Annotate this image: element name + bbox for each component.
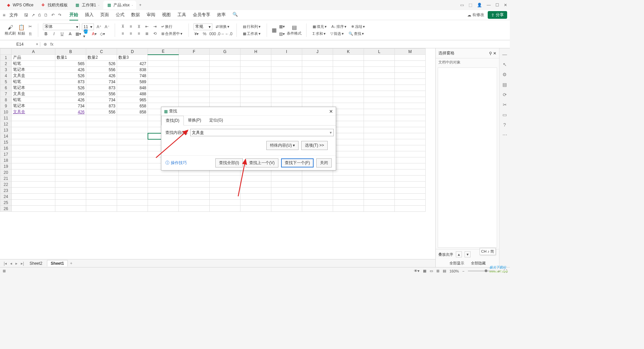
cell-M16[interactable] [395,145,426,151]
cell-K24[interactable] [333,194,364,200]
indent-dec-icon[interactable]: ⇤ [144,23,150,30]
tab-data[interactable]: 数据 [131,10,140,20]
doc-tab-templates[interactable]: ❖ 找稻壳模板 [38,1,71,9]
cell-K15[interactable] [333,139,364,145]
new-tab-button[interactable]: + [137,3,144,7]
rowscols-button[interactable]: ▤ 行和列 ▾ [241,23,262,30]
doc-tab-workbook1[interactable]: ▦ 工作簿1 · [72,1,103,9]
cell-B8[interactable]: 426 [55,97,86,103]
cell-H8[interactable] [240,97,271,103]
cell-F22[interactable] [179,182,210,188]
cell-J6[interactable] [302,85,333,91]
cell-L11[interactable] [364,115,395,121]
row-header-4[interactable]: 4 [0,73,12,79]
cell-B26[interactable] [55,206,86,212]
tools-icon[interactable]: ✂ [503,102,507,107]
format-painter-button[interactable]: 🖌格式刷 [5,24,16,36]
settings-icon[interactable]: ⚙ [502,72,507,77]
align-right-icon[interactable]: ≡ [136,31,142,37]
cell-M11[interactable] [395,115,426,121]
cell-M6[interactable] [395,85,426,91]
cell-C26[interactable] [86,206,117,212]
cube-icon[interactable]: ⬚ [469,3,472,7]
select-all-corner[interactable] [0,49,12,55]
cell-B24[interactable] [55,194,86,200]
file-menu[interactable]: 文件 [7,12,20,18]
cell-C13[interactable] [86,127,117,133]
cell-I26[interactable] [271,206,302,212]
cell-E8[interactable] [148,97,179,103]
cell-C6[interactable]: 873 [86,85,117,91]
cell-A15[interactable] [12,139,55,145]
cell-L2[interactable] [364,61,395,67]
cell-L17[interactable] [364,151,395,157]
cell-M17[interactable] [395,151,426,157]
cell-F4[interactable] [179,73,210,79]
tips-link[interactable]: ⓘ 操作技巧 [165,160,187,166]
cell-E5[interactable] [148,79,179,85]
cell-D19[interactable] [117,163,148,169]
cell-A21[interactable] [12,176,55,182]
cell-H2[interactable] [240,61,271,67]
cell-G2[interactable] [210,61,240,67]
cell-K22[interactable] [333,182,364,188]
cell-A8[interactable]: 铅笔 [12,97,55,103]
cell-K4[interactable] [333,73,364,79]
app-tab[interactable]: ◆ WPS Office [3,1,37,9]
cell-M7[interactable] [395,91,426,97]
cell-D13[interactable] [117,127,148,133]
cell-A1[interactable]: 产品 [12,55,55,61]
cell-L23[interactable] [364,188,395,194]
col-header-L[interactable]: L [364,49,395,55]
cell-A6[interactable]: 笔记本 [12,85,55,91]
cell-B4[interactable]: 526 [55,73,86,79]
cell-M26[interactable] [395,206,426,212]
cell-C5[interactable]: 734 [86,79,117,85]
cell-E21[interactable] [148,176,179,182]
cell-K20[interactable] [333,169,364,176]
tab-member[interactable]: 会员专享 [193,10,210,20]
row-header-19[interactable]: 19 [0,163,12,169]
sort-button[interactable]: A↓ 排序 ▾ [330,23,348,30]
cell-I4[interactable] [271,73,302,79]
row-header-14[interactable]: 14 [0,133,12,139]
cell-B2[interactable]: 565 [55,61,86,67]
menu-icon[interactable]: ≡ [3,12,5,18]
cell-C25[interactable] [86,200,117,206]
cell-L8[interactable] [364,97,395,103]
cell-H6[interactable] [240,85,271,91]
cell-B9[interactable]: 734 [55,103,86,109]
dialog-titlebar[interactable]: ▦ 查找 ✕ [161,107,336,116]
clear-icon[interactable]: ◇▾ [99,31,105,37]
row-header-25[interactable]: 25 [0,200,12,206]
layers-icon[interactable]: ▤ [502,82,507,87]
cell-L12[interactable] [364,121,395,127]
col-header-C[interactable]: C [86,49,117,55]
move-up-icon[interactable]: ▴ [456,251,462,257]
tab-efficiency[interactable]: 效率 [217,10,226,20]
zoom-value[interactable]: 160% [449,269,459,273]
percent-icon[interactable]: % [202,31,208,37]
tab-insert[interactable]: 插入 [85,10,94,20]
maximize-button[interactable]: ☐ [495,3,499,7]
cell-L19[interactable] [364,163,395,169]
cell-A5[interactable]: 铅笔 [12,79,55,85]
cell-B16[interactable] [55,145,86,151]
help-icon[interactable]: ? [503,122,506,128]
cell-M10[interactable] [395,109,426,115]
pane-body[interactable] [438,67,497,248]
pin-icon[interactable]: ⚲ [489,51,492,56]
cell-M18[interactable] [395,157,426,163]
name-box[interactable]: E14 ▼ [0,42,40,47]
cell-D14[interactable] [117,133,148,139]
copy-icon[interactable]: ⎘ [27,31,33,37]
cell-K12[interactable] [333,121,364,127]
cell-G21[interactable] [210,176,240,182]
currency-icon[interactable]: ¥▾ [194,31,200,37]
row-header-18[interactable]: 18 [0,157,12,163]
cell-A13[interactable] [12,127,55,133]
cell-B22[interactable] [55,182,86,188]
cell-A4[interactable]: 文具盒 [12,73,55,79]
cell-I3[interactable] [271,67,302,73]
cell-G6[interactable] [210,85,240,91]
